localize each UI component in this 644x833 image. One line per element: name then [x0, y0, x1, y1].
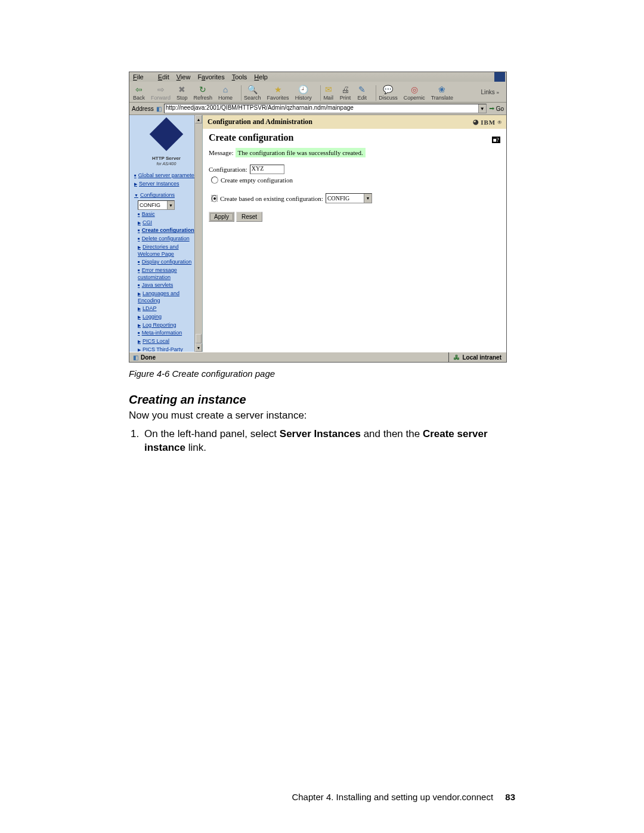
sidebar: HTTP Serverfor AS/400 Global server para…	[129, 115, 203, 352]
scroll-down-icon[interactable]: ▼	[195, 343, 202, 352]
product-logo	[132, 117, 201, 151]
go-button[interactable]: ⮕	[489, 106, 495, 112]
nav-delete-configuration[interactable]: Delete configuration	[138, 236, 201, 243]
browser-screenshot: File Edit View Favorites Tools Help ⇦Bac…	[129, 72, 507, 363]
nav-server-instances[interactable]: Server Instances	[134, 181, 201, 188]
help-icon[interactable]: ■?	[492, 137, 500, 143]
print-button[interactable]: 🖨Print	[340, 84, 351, 101]
page-footer: Chapter 4. Installing and setting up ven…	[0, 792, 644, 802]
based-select[interactable]: CONFIG▼	[326, 193, 372, 203]
nav-directories-welcome[interactable]: Directories and Welcome Page	[138, 244, 201, 258]
discuss-button[interactable]: 💬Discuss	[379, 84, 398, 101]
page-icon: ◧	[156, 106, 162, 112]
chevron-down-icon: ▼	[167, 201, 174, 209]
scroll-up-icon[interactable]: ▲	[195, 115, 202, 123]
menu-view[interactable]: View	[177, 73, 191, 80]
ie-logo-icon	[494, 72, 505, 82]
nav-configurations[interactable]: Configurations	[134, 192, 201, 199]
apply-button[interactable]: Apply	[209, 212, 234, 222]
sidebar-scrollbar[interactable]: ▲ ▼	[194, 115, 202, 352]
ibm-badge: ◕ IBM®	[473, 118, 501, 126]
address-dropdown-icon[interactable]: ▼	[478, 104, 486, 113]
nav-basic[interactable]: Basic	[138, 211, 201, 218]
nav-languages-encoding[interactable]: Languages and Encoding	[138, 290, 201, 304]
radio-empty[interactable]: Create empty configuration	[211, 176, 500, 184]
refresh-icon: ↻	[197, 84, 208, 95]
page-header-title: Configuration and Administration	[208, 117, 312, 126]
radio-based[interactable]: Create based on existing configuration: …	[211, 193, 500, 203]
status-done: Done	[141, 354, 156, 361]
nav-logging[interactable]: Logging	[138, 314, 201, 321]
search-icon: 🔍	[247, 84, 258, 95]
edit-button[interactable]: ✎Edit	[357, 84, 367, 101]
page-title: Create configuration	[209, 132, 293, 143]
menu-edit[interactable]: Edit	[158, 73, 169, 80]
menu-bar: File Edit View Favorites Tools Help	[129, 72, 506, 82]
forward-button: ⇨Forward	[151, 84, 171, 101]
reset-button[interactable]: Reset	[236, 212, 262, 222]
section-intro: Now you must create a server instance:	[129, 409, 515, 423]
toolbar: ⇦Back ⇨Forward ✖Stop ↻Refresh ⌂Home 🔍Sea…	[129, 82, 506, 103]
nav-ldap[interactable]: LDAP	[138, 305, 201, 312]
figure-caption: Figure 4-6 Create configuration page	[129, 368, 515, 379]
nav-pics-local[interactable]: PICS Local	[138, 338, 201, 345]
print-icon: 🖨	[340, 84, 351, 95]
menu-file[interactable]: File	[133, 73, 151, 80]
footer-page-number: 83	[505, 792, 515, 802]
forward-arrow-icon: ⇨	[156, 84, 166, 95]
stop-button[interactable]: ✖Stop	[177, 84, 188, 101]
diamond-icon	[150, 117, 184, 151]
step-list: On the left-hand panel, select Server In…	[129, 428, 515, 455]
message-text: The configuration file was successfully …	[236, 148, 366, 157]
home-button[interactable]: ⌂Home	[218, 84, 233, 101]
history-icon: 🕘	[298, 84, 309, 95]
config-select[interactable]: CONFIG▼	[138, 200, 175, 210]
section-heading: Creating an instance	[129, 393, 515, 407]
menu-tools[interactable]: Tools	[232, 73, 247, 80]
nav-cgi[interactable]: CGI	[138, 219, 201, 227]
done-icon: ◧	[133, 354, 138, 361]
nav-java-servlets[interactable]: Java servlets	[138, 282, 201, 289]
step-1: On the left-hand panel, select Server In…	[142, 428, 515, 455]
favorites-button[interactable]: ★Favorites	[267, 84, 289, 101]
zone-icon: 🖧	[454, 354, 460, 361]
back-button[interactable]: ⇦Back	[133, 84, 145, 101]
config-label: Configuration:	[209, 166, 247, 173]
menu-favorites[interactable]: Favorites	[197, 73, 224, 80]
address-label: Address	[132, 106, 154, 112]
history-button[interactable]: 🕘History	[295, 84, 312, 101]
footer-chapter: Chapter 4. Installing and setting up ven…	[292, 792, 493, 802]
scroll-thumb[interactable]	[196, 334, 202, 343]
radio-unchecked-icon	[211, 176, 218, 184]
search-button[interactable]: 🔍Search	[244, 84, 261, 101]
nav-error-message[interactable]: Error message customization	[138, 267, 201, 281]
discuss-icon: 💬	[383, 84, 394, 95]
copernic-icon: ◎	[409, 84, 420, 95]
page-header: Configuration and Administration ◕ IBM®	[203, 115, 506, 129]
nav-display-configuration[interactable]: Display configuration	[138, 259, 201, 266]
menu-help[interactable]: Help	[254, 73, 268, 80]
mail-icon: ✉	[323, 84, 334, 95]
nav-global-parameters[interactable]: Global server parameters	[134, 172, 201, 179]
refresh-button[interactable]: ↻Refresh	[194, 84, 213, 101]
links-label[interactable]: Links »	[481, 89, 504, 95]
home-icon: ⌂	[220, 84, 231, 95]
copernic-button[interactable]: ◎Copernic	[404, 84, 425, 101]
nav-create-configuration[interactable]: Create configuration	[138, 227, 201, 234]
address-bar: Address ◧ http://needjava:2001/QIBM/HTTP…	[129, 103, 506, 115]
mail-button[interactable]: ✉Mail	[323, 84, 334, 101]
nav-pics-third-party[interactable]: PICS Third-Party	[138, 346, 201, 352]
radio-checked-icon	[211, 195, 218, 202]
nav-meta-information[interactable]: Meta-information	[138, 330, 201, 337]
go-label[interactable]: Go	[496, 106, 504, 112]
translate-icon: ❀	[436, 84, 447, 95]
translate-button[interactable]: ❀Translate	[431, 84, 453, 101]
config-input[interactable]: XYZ	[250, 165, 284, 174]
message-row: Message: The configuration file was succ…	[209, 147, 500, 162]
status-bar: ◧ Done 🖧 Local intranet	[129, 352, 506, 362]
address-input[interactable]: http://needjava:2001/QIBM/HTTPSVR/Admin/…	[164, 104, 487, 113]
message-label: Message:	[209, 149, 234, 156]
product-name: HTTP Serverfor AS/400	[132, 156, 201, 166]
nav-log-reporting[interactable]: Log Reporting	[138, 322, 201, 329]
stop-icon: ✖	[177, 84, 187, 95]
